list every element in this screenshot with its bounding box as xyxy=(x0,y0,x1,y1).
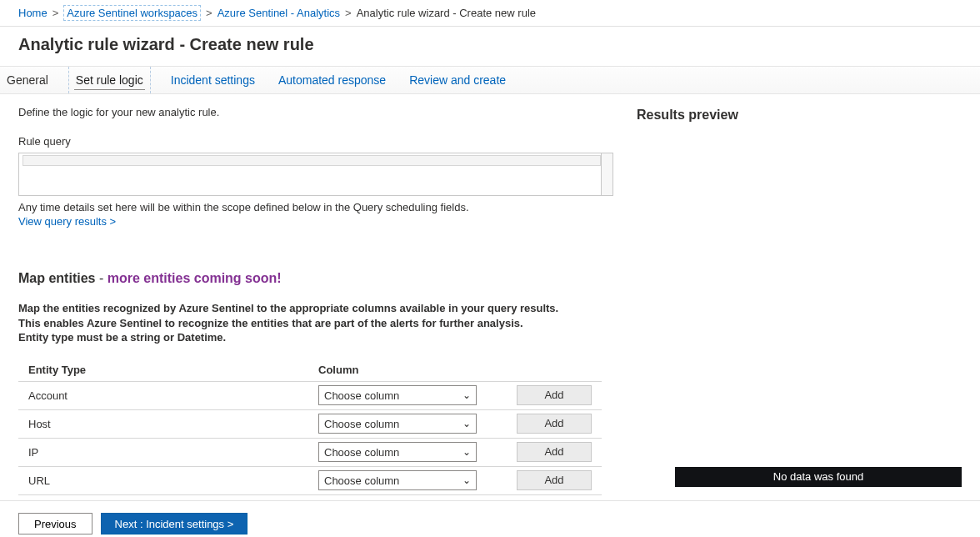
chevron-down-icon: ⌄ xyxy=(462,389,471,401)
column-dropdown-ip[interactable]: Choose column ⌄ xyxy=(318,442,477,462)
table-row: URL Choose column ⌄ Add xyxy=(18,467,602,495)
breadcrumb: Home > Azure Sentinel workspaces > Azure… xyxy=(0,0,980,27)
map-entities-description: Map the entities recognized by Azure Sen… xyxy=(18,301,585,345)
tab-automated-response[interactable]: Automated response xyxy=(275,67,389,93)
chevron-down-icon: ⌄ xyxy=(462,418,471,429)
rule-query-help: Any time details set here will be within… xyxy=(18,201,602,213)
map-entities-heading-suffix: more entities coming soon! xyxy=(108,271,282,285)
entity-table: Entity Type Column Account Choose column… xyxy=(18,357,602,495)
table-row: Host Choose column ⌄ Add xyxy=(18,410,602,439)
page-title: Analytic rule wizard - Create new rule xyxy=(0,27,980,66)
wizard-footer: Previous Next : Incident settings > xyxy=(0,500,980,537)
chevron-right-icon: > xyxy=(206,7,212,19)
tab-general[interactable]: General xyxy=(3,67,52,93)
breadcrumb-analytics[interactable]: Azure Sentinel - Analytics xyxy=(218,7,340,19)
next-button[interactable]: Next : Incident settings > xyxy=(101,513,248,534)
previous-button[interactable]: Previous xyxy=(18,513,92,534)
chevron-right-icon: > xyxy=(52,7,59,19)
th-column: Column xyxy=(318,364,510,376)
column-dropdown-account[interactable]: Choose column ⌄ xyxy=(318,385,477,405)
results-preview-heading: Results preview xyxy=(637,108,962,123)
table-row: Account Choose column ⌄ Add xyxy=(18,382,602,410)
rule-query-line xyxy=(22,155,601,166)
entity-type-ip: IP xyxy=(28,446,318,459)
wizard-tabs: General Set rule logic Incident settings… xyxy=(0,66,980,94)
add-button-url[interactable]: Add xyxy=(517,470,592,490)
breadcrumb-workspaces[interactable]: Azure Sentinel workspaces xyxy=(63,5,201,21)
no-data-banner: No data was found xyxy=(675,467,962,487)
map-entities-heading: Map entities - more entities coming soon… xyxy=(18,271,613,286)
entity-type-account: Account xyxy=(28,389,318,402)
entity-type-host: Host xyxy=(28,418,318,430)
view-query-results-link[interactable]: View query results > xyxy=(18,215,116,228)
chevron-down-icon: ⌄ xyxy=(462,446,471,458)
tab-review-create[interactable]: Review and create xyxy=(406,67,509,93)
entity-type-url: URL xyxy=(28,474,318,487)
rule-query-scrollbar[interactable] xyxy=(601,153,612,195)
map-entities-heading-main: Map entities xyxy=(18,271,95,285)
tab-set-rule-logic[interactable]: Set rule logic xyxy=(68,67,151,93)
add-button-host[interactable]: Add xyxy=(517,414,592,434)
add-button-account[interactable]: Add xyxy=(517,385,592,405)
table-row: IP Choose column ⌄ Add xyxy=(18,439,602,467)
intro-text: Define the logic for your new analytic r… xyxy=(18,106,613,118)
column-dropdown-url[interactable]: Choose column ⌄ xyxy=(318,470,477,490)
breadcrumb-home[interactable]: Home xyxy=(18,7,48,19)
column-dropdown-host[interactable]: Choose column ⌄ xyxy=(318,414,477,434)
breadcrumb-current: Analytic rule wizard - Create new rule xyxy=(357,7,536,19)
rule-query-label: Rule query xyxy=(18,135,613,148)
tab-incident-settings[interactable]: Incident settings xyxy=(168,67,258,93)
add-button-ip[interactable]: Add xyxy=(517,442,592,462)
rule-query-input[interactable] xyxy=(18,153,613,196)
th-entity-type: Entity Type xyxy=(28,364,318,376)
chevron-down-icon: ⌄ xyxy=(462,474,471,486)
chevron-right-icon: > xyxy=(345,7,352,19)
